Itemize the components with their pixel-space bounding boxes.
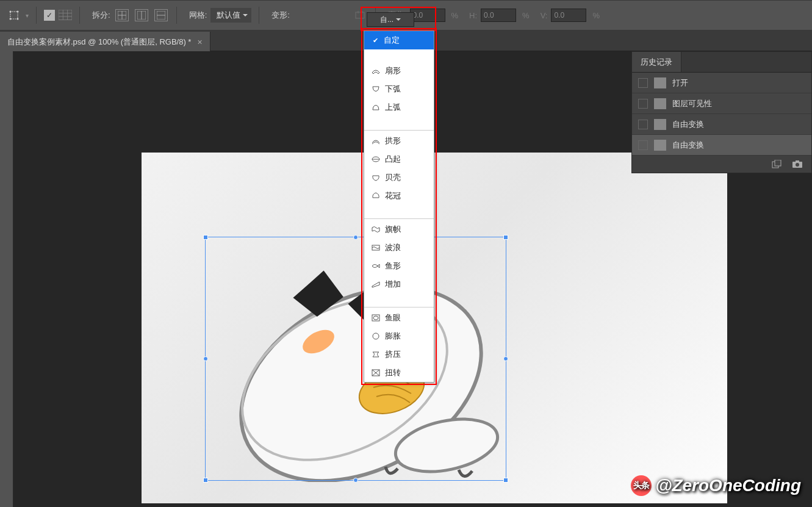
camera-icon[interactable]: [792, 159, 803, 169]
rise-icon: [370, 280, 381, 289]
warp-option-label: 下弧: [385, 84, 401, 95]
warp-option-label: 自定: [384, 35, 400, 46]
svg-point-35: [796, 163, 799, 167]
fisheye-icon: [370, 314, 381, 322]
svg-point-2: [17, 11, 19, 13]
warp-option-label: 贝壳: [385, 172, 401, 183]
history-checkbox[interactable]: [638, 140, 648, 150]
handle-s[interactable]: [353, 478, 358, 483]
warp-option-shell-lower[interactable]: 贝壳: [364, 168, 434, 187]
left-toolbar: [0, 51, 13, 507]
history-label: 打开: [672, 77, 688, 88]
history-checkbox[interactable]: [638, 99, 648, 109]
h-label: H:: [469, 11, 477, 20]
handle-sw[interactable]: [203, 478, 208, 483]
check-icon: ✔: [370, 37, 380, 45]
transform-tool-icon[interactable]: [6, 7, 22, 23]
split-cross-button[interactable]: [115, 9, 129, 21]
warp-option-custom[interactable]: ✔ 自定: [364, 31, 434, 49]
tab-title: 自由变换案例素材.psd @ 100% (普通图层, RGB/8) *: [7, 37, 191, 48]
bend-input[interactable]: [410, 9, 445, 22]
split-vert-button[interactable]: [135, 9, 148, 21]
checkbox-icon[interactable]: ✓: [44, 10, 55, 21]
warp-option-fish[interactable]: 鱼形: [364, 257, 434, 275]
tab-close-icon[interactable]: ×: [197, 37, 202, 47]
warp-option-label: 拱形: [385, 135, 401, 146]
arc-upper-icon: [370, 103, 381, 112]
warp-option-label: 旗帜: [385, 224, 401, 235]
handle-nw[interactable]: [203, 235, 208, 240]
warp-option-label: 扇形: [385, 65, 401, 76]
arc-icon: [370, 67, 381, 75]
history-checkbox[interactable]: [638, 78, 648, 88]
canvas[interactable]: [142, 153, 727, 503]
orientation-icon[interactable]: [352, 9, 368, 22]
history-item[interactable]: 自由变换: [632, 114, 811, 135]
v-input[interactable]: [551, 9, 586, 22]
flag-icon: [370, 225, 381, 234]
warp-option-rise[interactable]: 增加: [364, 275, 434, 293]
warp-option-squeeze[interactable]: 挤压: [364, 345, 434, 364]
document-icon: [654, 77, 666, 88]
pct-label-2: %: [522, 11, 530, 20]
warp-style-menu: ✔ 自定 扇形 下弧 上弧 拱形 凸起 贝壳 花冠 旗帜 波浪 鱼形 增加 鱼眼…: [364, 31, 434, 383]
document-icon: [654, 140, 666, 151]
svg-point-3: [10, 18, 12, 20]
shell-lower-icon: [370, 173, 381, 182]
handle-w[interactable]: [203, 356, 208, 361]
inflate-icon: [370, 332, 381, 340]
warp-option-flag[interactable]: 旗帜: [364, 220, 434, 239]
history-checkbox[interactable]: [638, 120, 648, 129]
squeeze-icon: [370, 350, 381, 359]
bulge-icon: [370, 155, 381, 164]
warp-option-label: 膨胀: [385, 331, 401, 342]
warp-option-wave[interactable]: 波浪: [364, 239, 434, 257]
document-tab[interactable]: 自由变换案例素材.psd @ 100% (普通图层, RGB/8) * ×: [0, 32, 210, 52]
warp-option-shell-upper[interactable]: 花冠: [364, 187, 434, 205]
grid-dropdown[interactable]: 默认值: [210, 8, 251, 23]
warp-option-twist[interactable]: 扭转: [364, 364, 434, 382]
split-horiz-button[interactable]: [154, 9, 168, 21]
history-panel: 历史记录 打开 图层可见性 自由变换 自由变换: [631, 51, 812, 173]
arc-lower-icon: [370, 85, 381, 93]
svg-rect-32: [775, 160, 781, 166]
svg-point-28: [373, 316, 378, 320]
warp-option-arch[interactable]: 拱形: [364, 132, 434, 150]
warp-option-inflate[interactable]: 膨胀: [364, 327, 434, 345]
handle-e[interactable]: [503, 356, 508, 361]
svg-rect-5: [59, 10, 72, 20]
history-item[interactable]: 自由变换: [632, 135, 811, 156]
warp-option-label: 扭转: [385, 367, 401, 378]
watermark-logo-text: 头条: [633, 480, 649, 491]
warp-option-bulge[interactable]: 凸起: [364, 150, 434, 168]
document-icon: [654, 119, 666, 130]
warp-option-label: 挤压: [385, 349, 401, 360]
handle-n[interactable]: [353, 235, 358, 240]
v-label: V:: [541, 11, 548, 20]
new-snapshot-icon[interactable]: [771, 159, 782, 169]
grid3-icon[interactable]: [59, 10, 72, 21]
transform-bounding-box[interactable]: [205, 237, 506, 481]
warp-option-fisheye[interactable]: 鱼眼: [364, 309, 434, 327]
h-input[interactable]: [481, 9, 516, 22]
warp-option-arc-upper[interactable]: 上弧: [364, 98, 434, 117]
chevron-down-icon[interactable]: ▾: [26, 12, 29, 19]
twist-icon: [370, 369, 381, 377]
history-list: 打开 图层可见性 自由变换 自由变换: [632, 73, 811, 156]
warp-option-arc[interactable]: 扇形: [364, 62, 434, 80]
history-tab[interactable]: 历史记录: [632, 52, 681, 72]
pct-label-1: %: [451, 11, 459, 20]
warp-option-label: 波浪: [385, 242, 401, 253]
panel-footer: [632, 156, 811, 173]
svg-point-4: [17, 18, 19, 20]
handle-ne[interactable]: [503, 235, 508, 240]
warp-option-label: 上弧: [385, 102, 401, 113]
history-item[interactable]: 图层可见性: [632, 93, 811, 114]
warp-dropdown-text: 自...: [380, 15, 393, 25]
warp-dropdown[interactable]: 自...: [367, 12, 414, 27]
history-label: 图层可见性: [672, 98, 712, 109]
fish-icon: [370, 262, 381, 270]
warp-option-arc-lower[interactable]: 下弧: [364, 80, 434, 98]
history-item[interactable]: 打开: [632, 73, 811, 93]
handle-se[interactable]: [503, 478, 508, 483]
